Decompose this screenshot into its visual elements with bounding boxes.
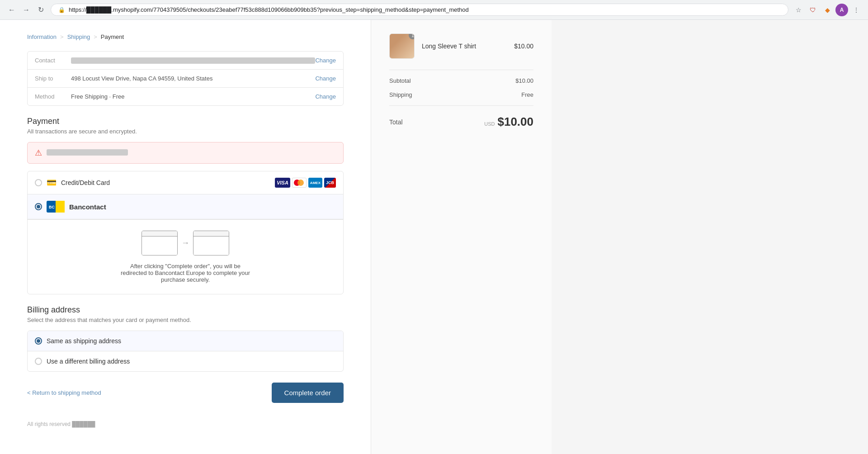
payment-option-credit-card[interactable]: 💳 Credit/Debit Card VISA AMEX JCB	[28, 171, 343, 194]
payment-title: Payment	[27, 117, 344, 126]
different-address-label: Use a different billing address	[47, 358, 130, 365]
method-label: Method	[35, 93, 71, 100]
back-nav-button[interactable]: ←	[5, 4, 18, 16]
error-text	[47, 149, 128, 157]
breadcrumb: Information > Shipping > Payment	[27, 33, 344, 40]
redirect-arrow: →	[181, 238, 189, 248]
method-change-link[interactable]: Change	[315, 93, 336, 100]
info-box: Contact Change Ship to 498 Locust View D…	[27, 51, 344, 106]
credit-card-radio[interactable]	[35, 179, 42, 186]
breadcrumb-sep-1: >	[60, 33, 64, 40]
bancontact-icon: BC	[47, 201, 65, 213]
order-sidebar: 1 Long Sleeve T shirt $10.00 Subtotal $1…	[371, 20, 552, 454]
total-currency: USD	[484, 121, 495, 127]
bancontact-label: Bancontact	[69, 203, 106, 211]
footer-copyright: All rights reserved ██████	[27, 421, 344, 427]
ship-to-value: 498 Locust View Drive, Napa CA 94559, Un…	[71, 75, 315, 82]
lock-icon: 🔒	[58, 7, 65, 13]
credit-card-label: Credit/Debit Card	[61, 179, 270, 186]
same-address-radio[interactable]	[35, 337, 42, 345]
shipping-value: Free	[521, 91, 533, 98]
url-text: https://██████.myshopify.com/7704379505/…	[69, 6, 469, 13]
total-amount: $10.00	[497, 115, 533, 129]
credit-card-icon: 💳	[47, 178, 57, 188]
page-layout: Information > Shipping > Payment Contact…	[0, 20, 868, 454]
breadcrumb-payment: Payment	[101, 33, 124, 40]
profile-avatar[interactable]: A	[835, 4, 848, 16]
billing-section: Billing address Select the address that …	[27, 305, 344, 372]
ship-to-label: Ship to	[35, 75, 71, 82]
ship-to-row: Ship to 498 Locust View Drive, Napa CA 9…	[28, 70, 343, 88]
redirect-diagram: →	[142, 231, 229, 255]
total-label: Total	[389, 118, 403, 126]
subtotal-label: Subtotal	[389, 77, 411, 84]
nav-buttons: ← → ↻	[5, 4, 47, 16]
contact-row: Contact Change	[28, 52, 343, 70]
breadcrumb-shipping[interactable]: Shipping	[67, 33, 90, 40]
subtotal-value: $10.00	[515, 77, 533, 84]
same-address-label: Same as shipping address	[47, 337, 121, 345]
billing-title: Billing address	[27, 305, 344, 315]
method-value: Free Shipping · Free	[71, 93, 315, 100]
order-item: 1 Long Sleeve T shirt $10.00	[389, 33, 533, 59]
billing-option-same[interactable]: Same as shipping address	[28, 331, 343, 351]
error-text-blurred	[47, 149, 128, 156]
shield-button[interactable]: 🛡	[807, 4, 819, 16]
billing-option-different[interactable]: Use a different billing address	[28, 351, 343, 371]
method-row: Method Free Shipping · Free Change	[28, 88, 343, 105]
payment-options-box: 💳 Credit/Debit Card VISA AMEX JCB	[27, 171, 344, 294]
browser-sketch-left	[142, 231, 178, 255]
total-row: Total USD $10.00	[389, 109, 533, 134]
payment-option-bancontact[interactable]: BC Bancontact	[28, 194, 343, 219]
error-banner: ⚠	[27, 142, 344, 164]
contact-label: Contact	[35, 57, 71, 64]
footer-actions: < Return to shipping method Complete ord…	[27, 383, 344, 403]
ship-to-change-link[interactable]: Change	[315, 75, 336, 82]
card-badges: VISA AMEX JCB	[275, 178, 336, 188]
shipping-row: Shipping Free	[389, 88, 533, 102]
address-bar[interactable]: 🔒 https://██████.myshopify.com/770437950…	[51, 4, 788, 16]
mastercard-badge	[292, 178, 307, 188]
browser-sketch-right	[193, 231, 229, 255]
visa-badge: VISA	[275, 178, 290, 188]
jcb-badge: JCB	[324, 178, 336, 188]
svg-text:BC: BC	[49, 205, 55, 209]
svg-marker-1	[56, 201, 65, 213]
billing-options: Same as shipping address Use a different…	[27, 331, 344, 372]
rss-button[interactable]: ◆	[821, 4, 834, 16]
amex-badge: AMEX	[308, 178, 322, 188]
summary-divider-1	[389, 70, 533, 70]
forward-nav-button[interactable]: →	[20, 4, 33, 16]
shipping-label: Shipping	[389, 91, 412, 98]
error-icon: ⚠	[35, 148, 42, 158]
menu-button[interactable]: ⋮	[850, 4, 863, 16]
footer-text-content: All rights reserved ██████	[27, 421, 95, 427]
redirect-box: → After clicking "Complete order", you w…	[28, 219, 343, 294]
browser-actions: ☆ 🛡 ◆ A ⋮	[792, 4, 863, 16]
total-value-group: USD $10.00	[484, 115, 533, 129]
product-price: $10.00	[514, 43, 533, 50]
summary-divider-2	[389, 105, 533, 106]
payment-subtitle: All transactions are secure and encrypte…	[27, 128, 344, 135]
redirect-description: After clicking "Complete order", you wil…	[118, 263, 253, 283]
product-thumbnail: 1	[389, 33, 415, 59]
breadcrumb-sep-2: >	[94, 33, 97, 40]
different-address-radio[interactable]	[35, 358, 42, 365]
contact-change-link[interactable]: Change	[315, 57, 336, 64]
return-to-shipping-link[interactable]: < Return to shipping method	[27, 389, 101, 396]
payment-section: Payment All transactions are secure and …	[27, 117, 344, 294]
breadcrumb-information[interactable]: Information	[27, 33, 57, 40]
reload-button[interactable]: ↻	[34, 4, 47, 16]
bancontact-radio[interactable]	[35, 203, 42, 210]
contact-value	[71, 57, 315, 64]
bookmark-button[interactable]: ☆	[792, 4, 805, 16]
main-content: Information > Shipping > Payment Contact…	[0, 20, 371, 454]
complete-order-button[interactable]: Complete order	[272, 383, 344, 403]
product-name: Long Sleeve T shirt	[422, 43, 507, 50]
subtotal-row: Subtotal $10.00	[389, 74, 533, 88]
bancontact-logo-svg: BC	[47, 201, 65, 213]
browser-chrome: ← → ↻ 🔒 https://██████.myshopify.com/770…	[0, 0, 868, 20]
billing-subtitle: Select the address that matches your car…	[27, 317, 344, 323]
